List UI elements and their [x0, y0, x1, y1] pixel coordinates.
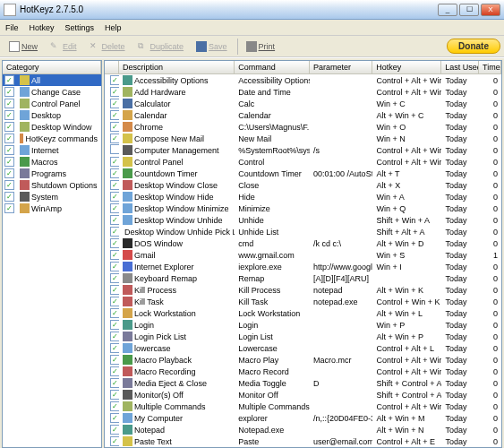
checkbox-icon[interactable]: ✓: [110, 203, 119, 213]
checkbox-icon[interactable]: ✓: [110, 87, 119, 97]
checkbox-icon[interactable]: ✓: [4, 203, 14, 213]
hotkey-row[interactable]: ✓Kill TaskKill Tasknotepad.exeControl + …: [105, 296, 501, 307]
category-row[interactable]: ✓Programs: [3, 168, 101, 179]
hotkey-row[interactable]: ✓Gmailwww.gmail.comWin + SToday1: [105, 249, 501, 261]
checkbox-icon[interactable]: ✓: [4, 122, 14, 132]
checkbox-icon[interactable]: ✓: [110, 366, 119, 376]
col-parameter[interactable]: Parameter: [310, 61, 372, 73]
hotkey-row[interactable]: ✓Macro PlaybackMacro PlayMacro.mcrContro…: [105, 354, 501, 366]
hotkey-row[interactable]: ✓lowercaseLowercaseControl + Alt + LToda…: [105, 342, 501, 354]
checkbox-icon[interactable]: ✓: [110, 99, 119, 108]
checkbox-icon[interactable]: ✓: [4, 110, 14, 120]
hotkey-row[interactable]: ✓Control PanelControlControl + Alt + Win…: [105, 156, 501, 168]
checkbox-icon[interactable]: ✓: [110, 285, 119, 295]
checkbox-icon[interactable]: ✓: [110, 75, 119, 85]
donate-button[interactable]: Donate: [447, 39, 500, 54]
checkbox-icon[interactable]: ✓: [110, 110, 119, 120]
category-row[interactable]: ✓System: [3, 191, 101, 202]
checkbox-icon[interactable]: ✓: [4, 134, 14, 143]
checkbox-icon[interactable]: ✓: [4, 75, 14, 85]
category-row[interactable]: ✓Desktop Window: [3, 121, 101, 133]
hotkey-row[interactable]: Computer Management%SystemRoot%\syst.../…: [105, 144, 501, 156]
hotkey-row[interactable]: ✓Monitor(s) OffMonitor OffShift + Contro…: [105, 389, 501, 401]
hotkey-row[interactable]: ✓Kill ProcessKill ProcessnotepadAlt + Wi…: [105, 284, 501, 296]
checkbox-icon[interactable]: ✓: [110, 250, 119, 260]
checkbox-icon[interactable]: ✓: [110, 215, 119, 225]
maximize-button[interactable]: ☐: [459, 4, 479, 16]
category-row[interactable]: ✓Change Case: [3, 86, 101, 98]
hotkey-row[interactable]: ✓Keyboard RemapRemap[A][D][F4][ARU]Today…: [105, 272, 501, 284]
category-row[interactable]: ✓Macros: [3, 156, 101, 168]
checkbox-icon[interactable]: ✓: [110, 273, 119, 283]
menu-file[interactable]: File: [5, 23, 19, 32]
checkbox-icon[interactable]: ✓: [4, 180, 14, 190]
checkbox-icon[interactable]: ✓: [110, 401, 119, 411]
hotkey-row[interactable]: ✓DOS Windowcmd/k cd c:\Alt + Win + DToda…: [105, 237, 501, 249]
checkbox-icon[interactable]: ✓: [110, 390, 119, 400]
duplicate-button[interactable]: ⧉Duplicate: [132, 39, 190, 55]
checkbox-icon[interactable]: ✓: [110, 227, 119, 237]
edit-button[interactable]: ✎Edit: [45, 39, 82, 55]
col-hotkey[interactable]: Hotkey: [372, 61, 441, 73]
checkbox-icon[interactable]: ✓: [110, 436, 119, 446]
checkbox-icon[interactable]: ✓: [110, 308, 119, 318]
hotkey-row[interactable]: ✓CalculatorCalcWin + CToday0: [105, 98, 501, 109]
checkbox-icon[interactable]: ✓: [4, 192, 14, 202]
checkbox-icon[interactable]: ✓: [110, 297, 119, 306]
category-row[interactable]: ✓HotKeyz commands: [3, 133, 101, 144]
checkbox-icon[interactable]: ✓: [110, 168, 119, 178]
hotkey-row[interactable]: ✓My Computerexplorer/n,::{20D04FE0-3AEA-…: [105, 412, 501, 424]
checkbox-icon[interactable]: ✓: [110, 262, 119, 271]
checkbox-icon[interactable]: ✓: [4, 145, 14, 155]
checkbox-icon[interactable]: ✓: [110, 238, 119, 248]
hotkey-row[interactable]: ✓Desktop Window Unhide Pick ListUnhide L…: [105, 226, 501, 237]
hotkey-row[interactable]: ✓Macro RecordingMacro RecordControl + Al…: [105, 366, 501, 377]
col-lastused[interactable]: Last Used: [441, 61, 479, 73]
hotkey-row[interactable]: ✓ChromeC:\Users\Magnus\F...Win + OToday0: [105, 121, 501, 133]
checkbox-icon[interactable]: ✓: [110, 134, 119, 143]
hotkey-row[interactable]: ✓LoginLoginWin + PToday0: [105, 319, 501, 331]
checkbox-icon[interactable]: ✓: [110, 343, 119, 353]
checkbox-icon[interactable]: ✓: [110, 378, 119, 388]
category-row[interactable]: ✓Control Panel: [3, 98, 101, 109]
checkbox-icon[interactable]: ✓: [110, 413, 119, 423]
category-row[interactable]: ✓All: [3, 74, 101, 86]
checkbox-icon[interactable]: ✓: [110, 157, 119, 167]
col-command[interactable]: Command: [235, 61, 310, 73]
checkbox-icon[interactable]: ✓: [110, 320, 119, 330]
save-button[interactable]: Save: [191, 39, 233, 55]
checkbox-icon[interactable]: ✓: [110, 355, 119, 365]
menu-hotkey[interactable]: Hotkey: [30, 23, 55, 32]
checkbox-icon[interactable]: ✓: [110, 192, 119, 202]
category-header[interactable]: Category: [3, 61, 101, 73]
hotkey-row[interactable]: ✓Lock WorkstationLock WorkstationAlt + W…: [105, 307, 501, 319]
hotkey-row[interactable]: ✓Compose New MailNew MailWin + NToday0: [105, 133, 501, 144]
checkbox-icon[interactable]: ✓: [4, 87, 14, 97]
new-button[interactable]: New: [4, 39, 43, 55]
print-button[interactable]: Print: [241, 39, 281, 55]
hotkey-row[interactable]: ✓Desktop Window HideHideWin + AToday0: [105, 191, 501, 202]
hotkey-row[interactable]: ✓Multiple CommandsMultiple CommandsContr…: [105, 401, 501, 412]
hotkey-row[interactable]: ✓Accessibility OptionsAccessibility Opti…: [105, 74, 501, 86]
hotkey-row[interactable]: ✓Desktop Window UnhideUnhideShift + Win …: [105, 214, 501, 226]
checkbox-icon[interactable]: ✓: [110, 180, 119, 190]
hotkey-row[interactable]: ✓Add HardwareDate and TimeControl + Alt …: [105, 86, 501, 98]
col-description[interactable]: Description: [119, 61, 235, 73]
minimize-button[interactable]: _: [438, 4, 457, 16]
hotkey-row[interactable]: ✓CalendarCalendarAlt + Win + CToday0: [105, 109, 501, 121]
checkbox-icon[interactable]: [110, 144, 119, 154]
category-row[interactable]: ✓Shutdown Options: [3, 179, 101, 191]
checkbox-icon[interactable]: ✓: [110, 122, 119, 132]
hotkey-row[interactable]: ✓NotepadNotepad.exeAlt + Win + NToday0: [105, 424, 501, 435]
hotkey-row[interactable]: ✓Desktop Window CloseCloseAlt + XToday0: [105, 179, 501, 191]
checkbox-icon[interactable]: ✓: [4, 168, 14, 178]
checkbox-icon[interactable]: ✓: [4, 157, 14, 167]
hotkey-row[interactable]: ✓Countdown TimerCountdown Timer00:01:00 …: [105, 168, 501, 179]
menu-help[interactable]: Help: [105, 23, 122, 32]
checkbox-icon[interactable]: ✓: [110, 332, 119, 341]
col-timesused[interactable]: Times Used: [479, 61, 501, 73]
hotkey-row[interactable]: ✓Media Eject & CloseMedia ToggleDShift +…: [105, 377, 501, 389]
menu-settings[interactable]: Settings: [65, 23, 95, 32]
category-row[interactable]: ✓Internet: [3, 144, 101, 156]
category-row[interactable]: ✓Desktop: [3, 109, 101, 121]
